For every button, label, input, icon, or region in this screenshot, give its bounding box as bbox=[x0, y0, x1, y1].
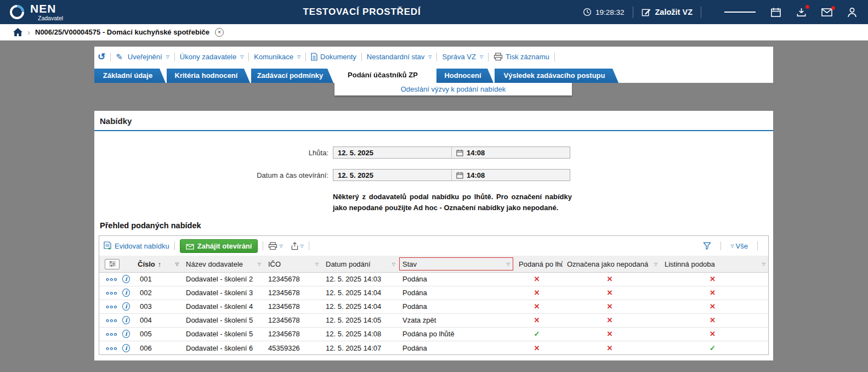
create-vz-button[interactable]: Založit VZ bbox=[642, 8, 693, 17]
messages-button[interactable] bbox=[821, 8, 832, 16]
cell-ico: 45359326 bbox=[264, 341, 321, 354]
filter-caret-icon[interactable]: ▽ bbox=[654, 262, 657, 267]
info-icon[interactable]: i bbox=[122, 316, 130, 324]
cell-stav: Podána po lhůtě bbox=[398, 327, 514, 341]
divider bbox=[451, 170, 452, 181]
table-row[interactable]: ooo i 002 Dodavatel - školení 3 12345678… bbox=[99, 286, 768, 300]
row-menu-button[interactable]: ooo bbox=[106, 317, 118, 323]
filter-caret-icon[interactable]: ▽ bbox=[175, 262, 179, 267]
toolbar-item-tisk-zaznamu[interactable]: Tisk záznamu bbox=[493, 53, 549, 61]
cell-cislo: 001 bbox=[133, 272, 181, 286]
divider bbox=[721, 241, 721, 250]
info-icon[interactable]: i bbox=[122, 344, 130, 352]
toolbar-item-dokumenty[interactable]: Dokumenty bbox=[311, 53, 356, 61]
offers-list-title: Přehled podaných nabídek bbox=[100, 221, 773, 230]
nen-logo[interactable] bbox=[9, 4, 25, 20]
tab-zakladni-udaje[interactable]: Základní údaje bbox=[94, 69, 166, 83]
toolbar-item-komunikace[interactable]: Komunikace▽ bbox=[254, 53, 300, 61]
oteviranie-date-input[interactable]: 12. 5. 2025 bbox=[333, 171, 451, 179]
offers-table-box: Evidovat nabídku Zahájit otevírání bbox=[99, 235, 769, 355]
calendar-icon[interactable] bbox=[456, 172, 463, 179]
column-header-cislo[interactable]: Číslo↑ ▽ bbox=[133, 256, 181, 272]
info-icon[interactable]: i bbox=[122, 289, 130, 297]
calendar-button[interactable] bbox=[770, 7, 781, 18]
column-header-datum-podani[interactable]: Datum podání ▽ bbox=[321, 256, 398, 272]
offers-panel: Nabídky Lhůta: 12. 5. 2025 bbox=[94, 111, 773, 360]
column-header-stav[interactable]: Stav ▽ bbox=[398, 256, 514, 272]
filter-caret-icon[interactable]: ▽ bbox=[258, 262, 261, 267]
divider bbox=[451, 147, 452, 158]
table-row[interactable]: ooo i 004 Dodavatel - školení 5 12345678… bbox=[99, 313, 768, 327]
lhuta-time-input[interactable]: 14:08 bbox=[467, 149, 485, 157]
cell-listinna-podoba: ✕ bbox=[660, 272, 768, 286]
calendar-icon[interactable] bbox=[456, 149, 463, 156]
table-row[interactable]: ooo i 006 Dodavatel - školení 6 45359326… bbox=[99, 341, 768, 354]
cell-nazev-dodavatele: Dodavatel - školení 5 bbox=[181, 313, 264, 327]
info-icon[interactable]: i bbox=[122, 330, 130, 338]
toolbar-item-ukony-zadavatele[interactable]: Úkony zadavatele▽ bbox=[180, 53, 244, 61]
oteviranie-time-input[interactable]: 14:08 bbox=[467, 171, 485, 179]
cell-oznacena-jako-nepodana: ✕ bbox=[563, 286, 660, 300]
table-row[interactable]: ooo i 005 Dodavatel - školení 5 12345678… bbox=[99, 327, 768, 341]
record-offer-button[interactable]: Evidovat nabídku bbox=[104, 241, 169, 250]
home-button[interactable] bbox=[13, 28, 22, 36]
filter-caret-icon[interactable]: ▽ bbox=[507, 262, 510, 267]
subtab-link-odeslani-vyzvy[interactable]: Odeslání výzvy k podání nabídek bbox=[401, 85, 506, 93]
lhuta-date-input[interactable]: 12. 5. 2025 bbox=[333, 149, 451, 157]
row-menu-button[interactable]: ooo bbox=[106, 276, 118, 282]
lhuta-field: 12. 5. 2025 14:08 bbox=[333, 146, 570, 159]
row-menu-button[interactable]: ooo bbox=[106, 303, 118, 309]
chevron-down-icon: ▽ bbox=[428, 54, 432, 59]
column-header-oznacena-jako-nepodana[interactable]: Označena jako nepodaná ▽ bbox=[563, 256, 660, 272]
breadcrumb-item[interactable]: N006/25/V00004575 - Domácí kuchyňské spo… bbox=[35, 28, 209, 36]
table-header-row: Číslo↑ ▽ Název dodavatele ▽ IČO ▽ bbox=[99, 256, 768, 272]
info-icon[interactable]: i bbox=[122, 302, 130, 311]
toolbar-item-nestandardni-stav[interactable]: Nestandardní stav▽ bbox=[367, 53, 432, 61]
table-row[interactable]: ooo i 003 Dodavatel - školení 4 12345678… bbox=[99, 300, 768, 313]
column-header-listinna-podoba[interactable]: Listinná podoba ▽ bbox=[660, 256, 768, 272]
filter-caret-icon[interactable]: ▽ bbox=[392, 262, 395, 267]
tab-vysledek-zadavaciho-postupu[interactable]: Výsledek zadávacího postupu bbox=[495, 69, 619, 83]
table-row[interactable]: ooo i 001 Dodavatel - školení 2 12345678… bbox=[99, 272, 768, 286]
tab-hodnoceni[interactable]: Hodnocení bbox=[436, 69, 493, 83]
start-opening-button[interactable]: Zahájit otevírání bbox=[180, 239, 258, 253]
edit-record-button[interactable]: ✎ bbox=[116, 52, 123, 62]
chevron-down-icon: ▽ bbox=[480, 54, 483, 59]
filter-caret-icon[interactable]: ▽ bbox=[762, 262, 765, 267]
export-table-button[interactable]: ▽ bbox=[291, 241, 304, 250]
toolbar-item-uverejneni[interactable]: Uveřejnění▽ bbox=[128, 53, 169, 61]
cell-datum-podani: 12. 5. 2025 14:04 bbox=[321, 300, 398, 313]
clock-icon bbox=[583, 8, 592, 16]
breadcrumb: › N006/25/V00004575 - Domácí kuchyňské s… bbox=[0, 24, 868, 41]
row-menu-button[interactable]: ooo bbox=[106, 345, 118, 351]
cell-oznacena-jako-nepodana: ✕ bbox=[563, 272, 660, 286]
column-settings-button[interactable] bbox=[105, 259, 120, 269]
cell-cislo: 004 bbox=[133, 313, 181, 327]
toolbar-item-sprava-vz[interactable]: Správa VZ▽ bbox=[442, 53, 483, 61]
cell-nazev-dodavatele: Dodavatel - školení 2 bbox=[181, 272, 264, 286]
row-menu-button[interactable]: ooo bbox=[106, 331, 118, 337]
tab-podani-ucastniku-zp[interactable]: Podání účastníků ZP bbox=[334, 67, 435, 83]
profile-button[interactable] bbox=[847, 7, 857, 18]
print-table-button[interactable]: ▽ bbox=[268, 242, 282, 250]
column-header-nazev-dodavatele[interactable]: Název dodavatele ▽ bbox=[181, 256, 264, 272]
menu-button[interactable] bbox=[724, 10, 756, 14]
environment-title: TESTOVACÍ PROSTŘEDÍ bbox=[303, 7, 421, 18]
column-header-ico[interactable]: IČO ▽ bbox=[264, 256, 321, 272]
cell-stav: Podána bbox=[398, 272, 514, 286]
cell-listinna-podoba: ✕ bbox=[660, 300, 768, 313]
row-menu-button[interactable]: ooo bbox=[106, 290, 118, 296]
info-icon[interactable]: i bbox=[122, 275, 130, 283]
breadcrumb-close-button[interactable]: × bbox=[215, 28, 224, 37]
view-all-dropdown[interactable]: ▽ Vše bbox=[730, 242, 748, 250]
filter-caret-icon[interactable]: ▽ bbox=[557, 262, 560, 267]
cell-nazev-dodavatele: Dodavatel - školení 4 bbox=[181, 300, 264, 313]
tab-zadavaci-podminky[interactable]: Zadávací podmínky bbox=[251, 69, 333, 83]
tab-kriteria-hodnoceni[interactable]: Kritéria hodnocení bbox=[167, 69, 250, 83]
filter-button[interactable] bbox=[703, 242, 711, 250]
downloads-button[interactable] bbox=[796, 7, 807, 17]
history-button[interactable]: ↺ bbox=[98, 51, 105, 63]
field-label-lhuta: Lhůta: bbox=[94, 149, 328, 157]
filter-caret-icon[interactable]: ▽ bbox=[315, 262, 319, 267]
column-header-podana-po-lhute[interactable]: Podaná po lhůtě ▽ bbox=[514, 256, 563, 272]
